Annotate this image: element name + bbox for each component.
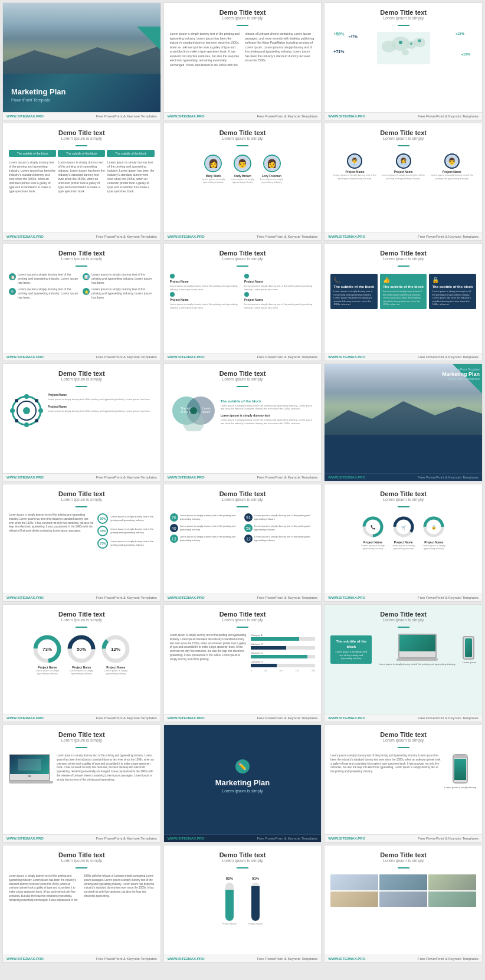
slide-3-accent bbox=[398, 25, 409, 26]
slide-4-sub: Lorem ipsum is simply bbox=[9, 136, 155, 140]
slide-2-title: Demo Title text bbox=[170, 9, 316, 16]
pencil-icon: ✏️ bbox=[235, 759, 250, 773]
svg-point-7 bbox=[418, 40, 421, 42]
svg-point-3 bbox=[414, 38, 425, 47]
svg-point-26 bbox=[190, 407, 197, 414]
donut-12: 12% bbox=[101, 635, 130, 663]
svg-text:📞: 📞 bbox=[371, 525, 376, 530]
slide-17-content: Lorem ipsum is simply dummy text of the … bbox=[170, 634, 316, 672]
slide-23: Demo Title text Lorem ipsum is simply 82… bbox=[163, 845, 322, 963]
tab-3[interactable]: The subtitle of the block bbox=[107, 150, 154, 157]
slide-2-body: Lorem ipsum is simply dummy text of the … bbox=[170, 32, 316, 67]
slide-2-sub: Lorem ipsum is simply bbox=[170, 16, 316, 20]
slide-grid: Marketing Plan PowerPoint Template WWW.S… bbox=[0, 0, 485, 965]
photo-1 bbox=[330, 874, 378, 890]
slide-3-footer: WWW.SITE2MAX.PRO Free PowerPoint & Keyno… bbox=[325, 112, 482, 120]
slide-4-tabs: The subtitle of the block The subtitle o… bbox=[9, 150, 155, 157]
slide-9: Demo Title text Lorem ipsum is simply 📞 … bbox=[324, 243, 483, 361]
slide-19-content: ⌨ Lorem ipsum is simply dummy text of th… bbox=[9, 754, 155, 784]
slide-4: Demo Title text Lorem ipsum is simply Th… bbox=[2, 123, 161, 241]
slide-10: Demo Title text Lorem ipsum is simply bbox=[2, 363, 161, 481]
slide-22: Demo Title text Lorem ipsum is simply Lo… bbox=[2, 845, 161, 963]
slide-22-body: Lorem ipsum is simply dummy text of the … bbox=[9, 874, 155, 902]
laptop-large: ⌨ bbox=[9, 754, 50, 781]
svg-point-15 bbox=[35, 419, 38, 422]
slide-20-sub: Lorem ipsum is simply bbox=[222, 789, 263, 793]
stat-4: +71% bbox=[333, 50, 344, 54]
svg-point-11 bbox=[38, 408, 43, 413]
slide-10-content: Project Name Lorem ipsum is simply dummy… bbox=[9, 393, 155, 431]
slide-11: Demo Title text Lorem ipsum is simply Th… bbox=[163, 363, 322, 481]
photo-3 bbox=[428, 874, 476, 890]
svg-point-5 bbox=[399, 41, 402, 44]
slide-16: Demo Title text Lorem ipsum is simply 73… bbox=[2, 604, 161, 722]
donut-73: 73% bbox=[33, 635, 61, 663]
slide-8: Demo Title text Lorem ipsum is simply Pr… bbox=[163, 243, 322, 361]
svg-point-17 bbox=[15, 399, 18, 402]
svg-point-6 bbox=[410, 42, 412, 45]
slide-3-title: Demo Title text bbox=[330, 9, 476, 16]
slide-24: Demo Title text Lorem ipsum is simply WW… bbox=[324, 845, 483, 963]
slide-2: Demo Title text Lorem ipsum is simply Lo… bbox=[163, 2, 322, 120]
svg-point-18 bbox=[23, 407, 30, 414]
footer-website: WWW.SITE2MAX.PRO bbox=[6, 114, 44, 118]
laptop-mockup bbox=[398, 634, 437, 658]
slide-14-content: 76 Lorem ipsum is simply dummy text of t… bbox=[170, 513, 316, 543]
photo-6 bbox=[428, 891, 476, 907]
slide-5: Demo Title text Lorem ipsum is simply 👩 … bbox=[163, 123, 322, 241]
slide-24-photos bbox=[330, 874, 476, 907]
phone-mockup bbox=[463, 636, 474, 660]
card-2: 👍 The subtitle of the block Lorem ipsum … bbox=[380, 274, 427, 309]
card-1: 📞 The subtitle of the block Lorem ipsum … bbox=[330, 274, 378, 309]
slide-4-title: Demo Title text bbox=[9, 129, 155, 136]
slide-19: Demo Title text Lorem ipsum is simply ⌨ … bbox=[2, 725, 161, 843]
venn-svg: The subtitle of the block Lorem ipsum bbox=[170, 393, 217, 431]
slide-20: ✏️ Marketing Plan Lorem ipsum is simply … bbox=[163, 725, 322, 843]
tab-1[interactable]: The subtitle of the block bbox=[9, 150, 56, 157]
slide-5-people: 👩 Mary Stark Lorem ipsum is simplytypese… bbox=[170, 155, 316, 183]
slide-21-content: Lorem ipsum is simply dummy text of the … bbox=[330, 754, 476, 789]
slide-7-list: 📋 Lorem ipsum is simply dummy text of th… bbox=[9, 273, 155, 300]
slide-3: Demo Title text Lorem ipsum is simply bbox=[324, 2, 483, 120]
svg-point-12 bbox=[24, 422, 29, 427]
svg-point-13 bbox=[10, 408, 15, 413]
slide-4-content: Lorem ipsum is simply dummy text of the … bbox=[9, 160, 155, 194]
svg-text:🔒: 🔒 bbox=[431, 525, 437, 530]
svg-text:50%: 50% bbox=[77, 647, 86, 652]
stat-5: +15% bbox=[461, 53, 470, 56]
slide-13: Demo Title text Lorem ipsum is simply Lo… bbox=[2, 484, 161, 602]
cover-subtitle: PowerPoint Template bbox=[11, 98, 152, 102]
slide-15-circles: 📞 Project Name Lorem ipsum is simplytype… bbox=[330, 516, 476, 550]
slide-11-content: The subtitle of the block Lorem ipsum Th… bbox=[170, 393, 316, 431]
svg-text:73%: 73% bbox=[42, 647, 52, 652]
stat-2: +47% bbox=[348, 35, 358, 38]
photo-4 bbox=[330, 891, 378, 907]
svg-point-16 bbox=[15, 419, 18, 422]
cover-title: Marketing Plan bbox=[11, 87, 152, 97]
thermo-91: 91% Project Name bbox=[248, 877, 263, 925]
photo-2 bbox=[379, 874, 427, 890]
person-2: 👨 Andy Brown Lorem ipsum is simplytypese… bbox=[231, 155, 254, 183]
slide-16-donuts: 73% Project Name Lorem ipsum is simplyty… bbox=[9, 635, 155, 675]
svg-point-4 bbox=[402, 50, 409, 55]
slide-9-cards: 📞 The subtitle of the block Lorem ipsum … bbox=[330, 274, 476, 309]
slide-15: Demo Title text Lorem ipsum is simply 📞 … bbox=[324, 484, 483, 602]
slide-3-sub: Lorem ipsum is simply bbox=[330, 16, 476, 20]
slide-1-footer: WWW.SITE2MAX.PRO Free PowerPoint & Keyno… bbox=[3, 112, 160, 120]
slide-21: Demo Title text Lorem ipsum is simply Lo… bbox=[324, 725, 483, 843]
circular-diagram bbox=[9, 393, 44, 428]
stat-3: +12% bbox=[455, 32, 464, 35]
card-3: 🔒 The subtitle of the block Lorem ipsum … bbox=[429, 274, 476, 309]
slide-8-content: Project Name Lorem ipsum is simply dummy… bbox=[170, 274, 316, 309]
slide-20-title: Marketing Plan bbox=[215, 778, 270, 787]
slide-17: Demo Title text Lorem ipsum is simply Lo… bbox=[163, 604, 322, 722]
donut-50: 50% bbox=[67, 635, 96, 663]
slide-13-content: Lorem ipsum is simply dummy text of the … bbox=[9, 513, 155, 550]
person-1: 👩 Mary Stark Lorem ipsum is simplytypese… bbox=[202, 155, 225, 183]
svg-text:🛒: 🛒 bbox=[401, 525, 406, 530]
slide-6: Demo Title text Lorem ipsum is simply 👨‍… bbox=[324, 123, 483, 241]
person-3: 👩 Lory Freeman Lorem ipsum is simplytype… bbox=[260, 155, 284, 183]
slide-23-thermos: 82% Project Name 91% Project Name bbox=[170, 877, 316, 925]
slide-1: Marketing Plan PowerPoint Template WWW.S… bbox=[2, 2, 161, 120]
tab-2[interactable]: The subtitle of the block bbox=[58, 150, 105, 157]
